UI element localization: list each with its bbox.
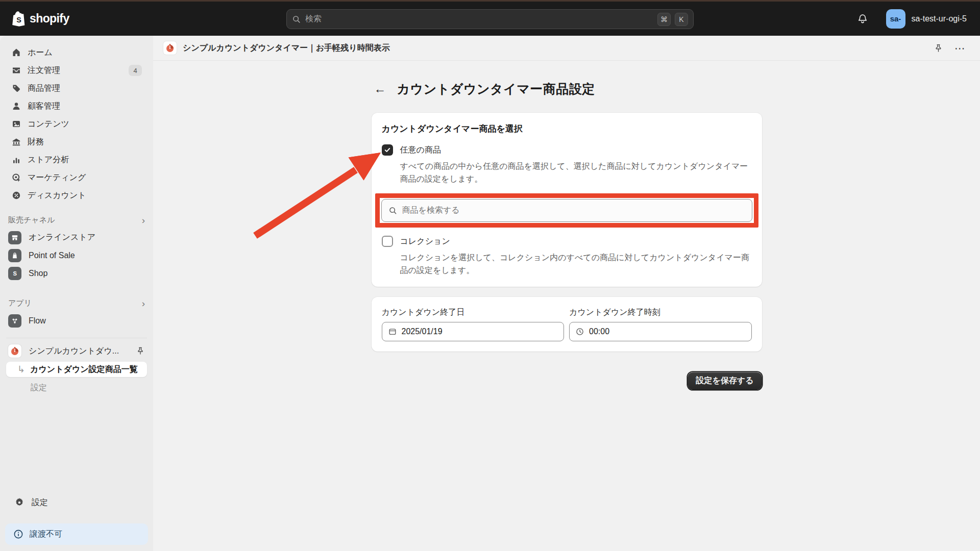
info-icon (13, 529, 23, 539)
sidebar-divider (6, 338, 147, 338)
svg-text:S: S (13, 270, 17, 277)
schedule-card: カウントダウン終了日 2025/01/19 カウントダウン終了時刻 00:00 (372, 297, 762, 352)
option-any-product-row: 任意の商品 すべての商品の中から任意の商品を選択して、選択した商品に対してカウン… (382, 144, 752, 185)
sidebar-item-finance[interactable]: 財務 (6, 133, 147, 151)
content-icon (11, 119, 21, 129)
option-collection-row: コレクション コレクションを選択して、コレクション内のすべての商品に対してカウン… (382, 235, 752, 277)
sidebar-item-point-of-sale[interactable]: Point of Sale (6, 246, 147, 264)
sidebar: ホーム 注文管理 4 商品管理 顧客管理 コンテンツ 財務 ストア分析 (0, 36, 153, 551)
any-product-label[interactable]: 任意の商品 (400, 144, 752, 156)
k-key-badge: K (675, 13, 688, 26)
channel-label: Point of Sale (29, 251, 75, 260)
pin-icon[interactable] (136, 346, 145, 356)
sidebar-item-label: ストア分析 (28, 155, 69, 165)
shop-icon: S (11, 269, 19, 278)
product-select-card: カウントダウンタイマー商品を選択 任意の商品 すべての商品の中から任意の商品を選… (372, 113, 762, 287)
orders-count-badge: 4 (129, 65, 142, 76)
sidebar-item-content[interactable]: コンテンツ (6, 115, 147, 133)
breadcrumb: シンプルカウントダウンタイマー｜お手軽残り時間表示 (183, 43, 390, 54)
app-name-label: シンプルカウントダウ... (29, 346, 119, 357)
page-title: カウントダウンタイマー商品設定 (397, 81, 595, 97)
user-menu[interactable]: sa- sa-test-ur-ogi-5 (882, 7, 971, 31)
sidebar-item-label: ディスカウント (28, 190, 86, 201)
avatar: sa- (886, 9, 905, 29)
chevron-right-icon: › (142, 215, 145, 225)
sidebar-item-settings[interactable]: 設定 (7, 494, 146, 511)
sidebar-item-customers[interactable]: 顧客管理 (6, 97, 147, 115)
product-search-input[interactable]: 商品を検索する (381, 199, 752, 222)
sidebar-item-countdown-app[interactable]: シンプルカウントダウ... (6, 342, 147, 360)
channel-label: Shop (29, 269, 47, 278)
sidebar-item-label: 注文管理 (28, 65, 60, 76)
save-settings-button[interactable]: 設定を保存する (688, 372, 762, 390)
end-time-value: 00:00 (589, 327, 609, 336)
channel-label: Flow (29, 316, 46, 325)
marketing-target-icon (11, 172, 21, 183)
orders-icon (11, 65, 21, 76)
shopify-bag-icon: S (12, 11, 26, 27)
countdown-timer-app-icon (10, 346, 20, 356)
countdown-timer-app-icon (165, 43, 175, 53)
topbar: S shopify 検索 ⌘ K sa- sa-test-ur-ogi-5 (0, 2, 980, 36)
sidebar-item-products[interactable]: 商品管理 (6, 80, 147, 97)
collection-checkbox[interactable] (382, 236, 393, 247)
sidebar-item-analytics[interactable]: ストア分析 (6, 151, 147, 168)
gear-icon (14, 497, 24, 508)
online-store-icon (11, 234, 19, 242)
any-product-checkbox[interactable] (382, 144, 393, 156)
sidebar-item-label: ホーム (28, 47, 53, 58)
app-breadcrumb-bar: シンプルカウントダウンタイマー｜お手軽残り時間表示 ⋯ (153, 36, 980, 61)
sidebar-item-app-settings[interactable]: 設定 (6, 380, 147, 395)
sales-channels-header[interactable]: 販売チャネル › (6, 212, 147, 228)
end-time-input[interactable]: 00:00 (569, 322, 752, 341)
notification-bell-icon[interactable] (856, 13, 869, 25)
home-icon (11, 47, 21, 58)
shopify-wordmark: shopify (30, 12, 69, 26)
products-tag-icon (11, 83, 21, 93)
pin-icon[interactable] (934, 43, 943, 53)
sidebar-item-shop[interactable]: S Shop (6, 264, 147, 282)
sidebar-item-home[interactable]: ホーム (6, 44, 147, 61)
sidebar-item-label: 商品管理 (28, 83, 60, 94)
shopify-logo[interactable]: S shopify (12, 11, 69, 27)
global-search-placeholder: 検索 (305, 14, 653, 24)
any-product-description: すべての商品の中から任意の商品を選択して、選択した商品に対してカウントダウンタイ… (400, 160, 752, 185)
end-date-input[interactable]: 2025/01/19 (382, 322, 565, 341)
overflow-menu-icon[interactable]: ⋯ (954, 43, 966, 54)
sidebar-item-discounts[interactable]: ディスカウント (6, 187, 147, 204)
sidebar-item-orders[interactable]: 注文管理 4 (6, 62, 147, 79)
svg-text:S: S (16, 16, 21, 24)
main-area: シンプルカウントダウンタイマー｜お手軽残り時間表示 ⋯ ← カウントダウンタイマ… (153, 36, 980, 551)
chevron-right-icon: › (142, 298, 145, 308)
pos-icon (11, 252, 19, 260)
sidebar-item-label: 財務 (28, 137, 44, 147)
clock-icon (575, 327, 584, 336)
annotation-highlight-box: 商品を検索する (375, 193, 758, 228)
search-icon (388, 206, 398, 215)
collection-label[interactable]: コレクション (400, 235, 752, 247)
settings-label: 設定 (32, 497, 48, 508)
end-date-label: カウントダウン終了日 (382, 307, 565, 318)
sidebar-item-label: 顧客管理 (28, 101, 60, 112)
store-name: sa-test-ur-ogi-5 (912, 14, 967, 23)
sidebar-item-countdown-products-list[interactable]: ↳ カウントダウン設定商品一覧 (6, 362, 147, 377)
back-button[interactable]: ← (372, 80, 389, 97)
channel-label: オンラインストア (29, 232, 95, 243)
apps-header[interactable]: アプリ › (6, 295, 147, 311)
sidebar-item-online-store[interactable]: オンラインストア (6, 229, 147, 246)
end-time-label: カウントダウン終了時刻 (569, 307, 752, 318)
sub-item-arrow-icon: ↳ (17, 364, 25, 375)
product-search-placeholder: 商品を検索する (402, 205, 460, 216)
search-icon (292, 15, 301, 24)
calendar-icon (388, 327, 397, 336)
sidebar-item-flow[interactable]: Flow (6, 312, 147, 330)
analytics-chart-icon (11, 155, 21, 165)
active-subnav-label: カウントダウン設定商品一覧 (30, 364, 138, 375)
global-search-input[interactable]: 検索 ⌘ K (286, 9, 694, 29)
subnav-label: 設定 (31, 383, 47, 393)
flow-icon (11, 317, 19, 325)
checkmark-icon (384, 146, 391, 154)
finance-bank-icon (11, 137, 21, 147)
sidebar-item-marketing[interactable]: マーケティング (6, 169, 147, 186)
transfer-status-banner[interactable]: 譲渡不可 (5, 523, 148, 545)
